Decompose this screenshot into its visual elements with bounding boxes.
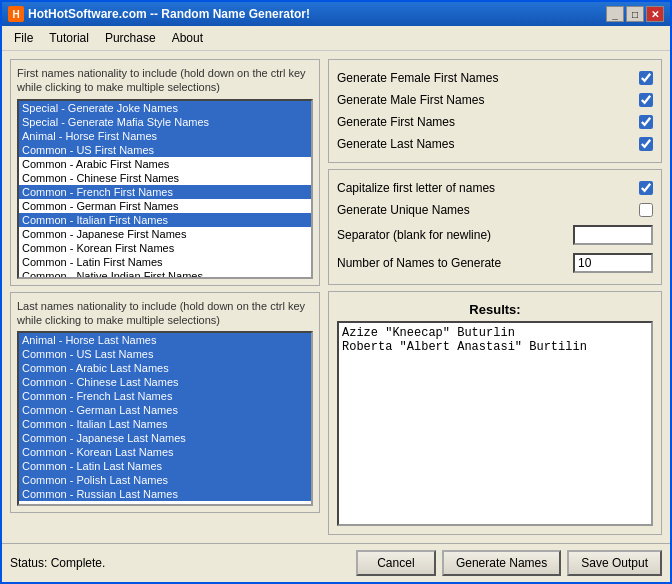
- list-item[interactable]: Common - Italian Last Names: [19, 417, 311, 431]
- generate-options-group: Generate Female First NamesGenerate Male…: [328, 59, 662, 163]
- option-checkbox[interactable]: [639, 181, 653, 195]
- checkbox-row: Generate First Names: [337, 112, 653, 132]
- list-item[interactable]: Common - Japanese Last Names: [19, 431, 311, 445]
- bottom-bar: Status: Complete. Cancel Generate Names …: [2, 543, 670, 582]
- separator-label: Separator (blank for newline): [337, 228, 491, 242]
- list-item[interactable]: Common - Italian First Names: [19, 213, 311, 227]
- option-row: Generate Unique Names: [337, 200, 653, 220]
- options-group: Capitalize first letter of namesGenerate…: [328, 169, 662, 285]
- menu-bar: File Tutorial Purchase About: [2, 26, 670, 51]
- results-box[interactable]: Azize "Kneecap" Buturlin Roberta "Albert…: [337, 321, 653, 526]
- menu-about[interactable]: About: [164, 28, 211, 48]
- last-names-listbox[interactable]: Animal - Horse Last NamesCommon - US Las…: [17, 331, 313, 506]
- list-item[interactable]: Common - Chinese First Names: [19, 171, 311, 185]
- list-item[interactable]: Common - German First Names: [19, 199, 311, 213]
- title-bar: H HotHotSoftware.com -- Random Name Gene…: [2, 2, 670, 26]
- checkbox-label: Generate Female First Names: [337, 71, 498, 85]
- window-title: HotHotSoftware.com -- Random Name Genera…: [28, 7, 310, 21]
- list-item[interactable]: Common - US First Names: [19, 143, 311, 157]
- checkbox-row: Generate Male First Names: [337, 90, 653, 110]
- list-item[interactable]: Common - Polish Last Names: [19, 473, 311, 487]
- separator-row: Separator (blank for newline): [337, 222, 653, 248]
- results-group: Results: Azize "Kneecap" Buturlin Robert…: [328, 291, 662, 535]
- save-output-button[interactable]: Save Output: [567, 550, 662, 576]
- list-item[interactable]: Common - Russian Last Names: [19, 487, 311, 501]
- list-item[interactable]: Common - Arabic Last Names: [19, 361, 311, 375]
- menu-purchase[interactable]: Purchase: [97, 28, 164, 48]
- generate-names-button[interactable]: Generate Names: [442, 550, 561, 576]
- first-names-label: First names nationality to include (hold…: [17, 66, 313, 95]
- menu-file[interactable]: File: [6, 28, 41, 48]
- last-names-group: Last names nationality to include (hold …: [10, 292, 320, 514]
- count-input[interactable]: [573, 253, 653, 273]
- count-label: Number of Names to Generate: [337, 256, 501, 270]
- checkbox-input[interactable]: [639, 137, 653, 151]
- main-content: First names nationality to include (hold…: [2, 51, 670, 543]
- list-item[interactable]: Common - Chinese Last Names: [19, 375, 311, 389]
- list-item[interactable]: Common - US Last Names: [19, 347, 311, 361]
- checkbox-input[interactable]: [639, 71, 653, 85]
- list-item[interactable]: Animal - Horse Last Names: [19, 333, 311, 347]
- list-item[interactable]: Common - Arabic First Names: [19, 157, 311, 171]
- list-item[interactable]: Animal - Horse First Names: [19, 129, 311, 143]
- option-label: Capitalize first letter of names: [337, 181, 495, 195]
- list-item[interactable]: Common - Native Indian First Names: [19, 269, 311, 279]
- main-window: H HotHotSoftware.com -- Random Name Gene…: [0, 0, 672, 584]
- option-checkbox[interactable]: [639, 203, 653, 217]
- results-label: Results:: [337, 300, 653, 319]
- left-panel: First names nationality to include (hold…: [10, 59, 320, 535]
- list-item[interactable]: Common - French First Names: [19, 185, 311, 199]
- checkbox-label: Generate Male First Names: [337, 93, 484, 107]
- right-panel: Generate Female First NamesGenerate Male…: [328, 59, 662, 535]
- title-bar-left: H HotHotSoftware.com -- Random Name Gene…: [8, 6, 310, 22]
- close-button[interactable]: ✕: [646, 6, 664, 22]
- list-item[interactable]: Common - Korean First Names: [19, 241, 311, 255]
- list-item[interactable]: Special - Generate Joke Names: [19, 101, 311, 115]
- separator-input[interactable]: [573, 225, 653, 245]
- list-item[interactable]: Common - French Last Names: [19, 389, 311, 403]
- list-item[interactable]: Common - Latin Last Names: [19, 459, 311, 473]
- option-row: Capitalize first letter of names: [337, 178, 653, 198]
- option-label: Generate Unique Names: [337, 203, 470, 217]
- list-item[interactable]: Common - German Last Names: [19, 403, 311, 417]
- list-item[interactable]: Common - Japanese First Names: [19, 227, 311, 241]
- count-row: Number of Names to Generate: [337, 250, 653, 276]
- first-names-listbox[interactable]: Special - Generate Joke NamesSpecial - G…: [17, 99, 313, 279]
- action-buttons: Cancel Generate Names Save Output: [356, 550, 662, 576]
- maximize-button[interactable]: □: [626, 6, 644, 22]
- checkbox-row: Generate Female First Names: [337, 68, 653, 88]
- app-icon: H: [8, 6, 24, 22]
- list-item[interactable]: Common - Latin First Names: [19, 255, 311, 269]
- first-names-group: First names nationality to include (hold…: [10, 59, 320, 286]
- list-item[interactable]: Common - Korean Last Names: [19, 445, 311, 459]
- checkbox-row: Generate Last Names: [337, 134, 653, 154]
- checkbox-input[interactable]: [639, 93, 653, 107]
- menu-tutorial[interactable]: Tutorial: [41, 28, 97, 48]
- checkbox-input[interactable]: [639, 115, 653, 129]
- checkbox-label: Generate First Names: [337, 115, 455, 129]
- title-buttons: _ □ ✕: [606, 6, 664, 22]
- list-item[interactable]: Special - Generate Mafia Style Names: [19, 115, 311, 129]
- checkbox-label: Generate Last Names: [337, 137, 454, 151]
- cancel-button[interactable]: Cancel: [356, 550, 436, 576]
- last-names-label: Last names nationality to include (hold …: [17, 299, 313, 328]
- status-text: Status: Complete.: [10, 556, 105, 570]
- minimize-button[interactable]: _: [606, 6, 624, 22]
